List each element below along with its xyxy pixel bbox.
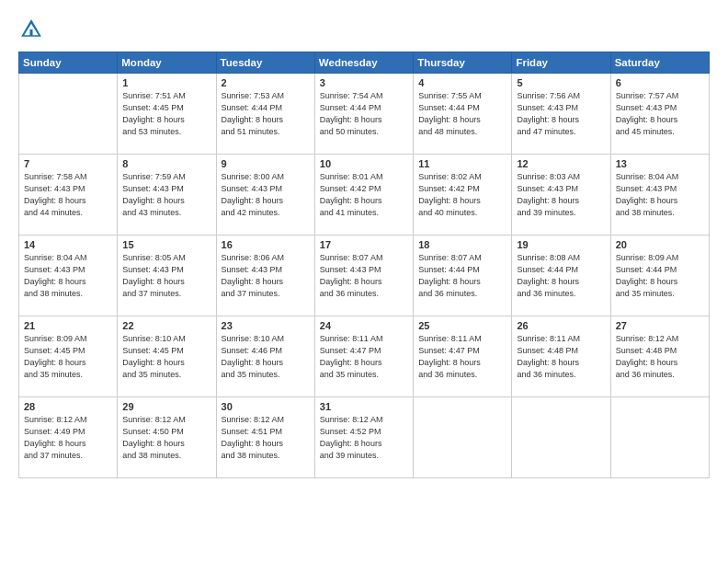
day-info: Sunrise: 8:07 AM Sunset: 4:43 PM Dayligh… (320, 252, 408, 300)
day-number: 28 (24, 401, 112, 412)
day-number: 19 (517, 239, 605, 250)
calendar-cell (610, 397, 709, 478)
day-number: 12 (517, 158, 605, 169)
day-info: Sunrise: 8:07 AM Sunset: 4:44 PM Dayligh… (418, 252, 506, 300)
day-number: 3 (320, 77, 408, 88)
day-number: 23 (222, 320, 310, 331)
day-info: Sunrise: 8:08 AM Sunset: 4:44 PM Dayligh… (517, 252, 605, 300)
calendar-cell: 13Sunrise: 8:04 AM Sunset: 4:43 PM Dayli… (610, 155, 709, 236)
day-info: Sunrise: 8:04 AM Sunset: 4:43 PM Dayligh… (616, 171, 704, 219)
calendar-cell: 6Sunrise: 7:57 AM Sunset: 4:43 PM Daylig… (610, 74, 709, 155)
day-number: 16 (222, 239, 310, 250)
day-number: 25 (418, 320, 506, 331)
day-info: Sunrise: 7:57 AM Sunset: 4:43 PM Dayligh… (616, 90, 704, 138)
calendar-cell: 15Sunrise: 8:05 AM Sunset: 4:43 PM Dayli… (118, 236, 216, 316)
calendar-cell: 16Sunrise: 8:06 AM Sunset: 4:43 PM Dayli… (216, 236, 314, 316)
calendar-week-1: 1Sunrise: 7:51 AM Sunset: 4:45 PM Daylig… (19, 74, 710, 155)
day-info: Sunrise: 8:03 AM Sunset: 4:43 PM Dayligh… (517, 171, 605, 219)
day-info: Sunrise: 8:12 AM Sunset: 4:50 PM Dayligh… (122, 414, 210, 462)
header-cell-saturday: Saturday (610, 52, 709, 74)
day-number: 1 (122, 77, 210, 88)
day-info: Sunrise: 8:10 AM Sunset: 4:45 PM Dayligh… (122, 333, 210, 381)
header-cell-monday: Monday (118, 52, 216, 74)
logo-icon (18, 17, 44, 42)
day-info: Sunrise: 8:01 AM Sunset: 4:42 PM Dayligh… (320, 171, 408, 219)
day-number: 30 (222, 401, 310, 412)
day-info: Sunrise: 7:59 AM Sunset: 4:43 PM Dayligh… (122, 171, 210, 219)
calendar-cell: 24Sunrise: 8:11 AM Sunset: 4:47 PM Dayli… (314, 316, 413, 397)
day-number: 5 (517, 77, 605, 88)
calendar-cell: 19Sunrise: 8:08 AM Sunset: 4:44 PM Dayli… (512, 236, 610, 316)
day-number: 11 (418, 158, 506, 169)
calendar-cell: 12Sunrise: 8:03 AM Sunset: 4:43 PM Dayli… (512, 155, 610, 236)
calendar-week-5: 28Sunrise: 8:12 AM Sunset: 4:49 PM Dayli… (19, 397, 710, 478)
calendar-cell: 25Sunrise: 8:11 AM Sunset: 4:47 PM Dayli… (414, 316, 512, 397)
calendar-cell: 23Sunrise: 8:10 AM Sunset: 4:46 PM Dayli… (216, 316, 314, 397)
calendar-cell: 14Sunrise: 8:04 AM Sunset: 4:43 PM Dayli… (19, 236, 118, 316)
day-info: Sunrise: 8:12 AM Sunset: 4:52 PM Dayligh… (320, 414, 408, 462)
header-cell-friday: Friday (512, 52, 610, 74)
day-info: Sunrise: 8:05 AM Sunset: 4:43 PM Dayligh… (122, 252, 210, 300)
calendar-week-4: 21Sunrise: 8:09 AM Sunset: 4:45 PM Dayli… (19, 316, 710, 397)
day-info: Sunrise: 8:11 AM Sunset: 4:47 PM Dayligh… (320, 333, 408, 381)
day-info: Sunrise: 7:51 AM Sunset: 4:45 PM Dayligh… (122, 90, 210, 138)
day-number: 9 (222, 158, 310, 169)
header-cell-tuesday: Tuesday (216, 52, 314, 74)
day-info: Sunrise: 8:04 AM Sunset: 4:43 PM Dayligh… (24, 252, 112, 300)
calendar-cell: 4Sunrise: 7:55 AM Sunset: 4:44 PM Daylig… (414, 74, 512, 155)
day-number: 26 (517, 320, 605, 331)
calendar-cell: 30Sunrise: 8:12 AM Sunset: 4:51 PM Dayli… (216, 397, 314, 478)
day-number: 22 (122, 320, 210, 331)
day-info: Sunrise: 8:06 AM Sunset: 4:43 PM Dayligh… (222, 252, 310, 300)
day-number: 14 (24, 239, 112, 250)
calendar-cell: 21Sunrise: 8:09 AM Sunset: 4:45 PM Dayli… (19, 316, 118, 397)
calendar-week-2: 7Sunrise: 7:58 AM Sunset: 4:43 PM Daylig… (19, 155, 710, 236)
day-info: Sunrise: 8:11 AM Sunset: 4:48 PM Dayligh… (517, 333, 605, 381)
calendar-header-row: SundayMondayTuesdayWednesdayThursdayFrid… (19, 52, 710, 74)
header (18, 17, 710, 42)
header-cell-sunday: Sunday (19, 52, 118, 74)
calendar-cell (19, 74, 118, 155)
day-number: 18 (418, 239, 506, 250)
calendar-cell (512, 397, 610, 478)
calendar-cell: 29Sunrise: 8:12 AM Sunset: 4:50 PM Dayli… (118, 397, 216, 478)
day-info: Sunrise: 8:10 AM Sunset: 4:46 PM Dayligh… (222, 333, 310, 381)
calendar-cell (414, 397, 512, 478)
calendar-cell: 17Sunrise: 8:07 AM Sunset: 4:43 PM Dayli… (314, 236, 413, 316)
day-info: Sunrise: 8:00 AM Sunset: 4:43 PM Dayligh… (222, 171, 310, 219)
calendar-cell: 28Sunrise: 8:12 AM Sunset: 4:49 PM Dayli… (19, 397, 118, 478)
calendar-cell: 31Sunrise: 8:12 AM Sunset: 4:52 PM Dayli… (314, 397, 413, 478)
calendar-cell: 7Sunrise: 7:58 AM Sunset: 4:43 PM Daylig… (19, 155, 118, 236)
calendar-cell: 9Sunrise: 8:00 AM Sunset: 4:43 PM Daylig… (216, 155, 314, 236)
day-info: Sunrise: 7:54 AM Sunset: 4:44 PM Dayligh… (320, 90, 408, 138)
calendar-cell: 2Sunrise: 7:53 AM Sunset: 4:44 PM Daylig… (216, 74, 314, 155)
day-number: 8 (122, 158, 210, 169)
calendar-cell: 5Sunrise: 7:56 AM Sunset: 4:43 PM Daylig… (512, 74, 610, 155)
day-number: 31 (320, 401, 408, 412)
day-info: Sunrise: 8:12 AM Sunset: 4:51 PM Dayligh… (222, 414, 310, 462)
day-info: Sunrise: 8:09 AM Sunset: 4:45 PM Dayligh… (24, 333, 112, 381)
day-number: 17 (320, 239, 408, 250)
day-number: 10 (320, 158, 408, 169)
calendar-cell: 10Sunrise: 8:01 AM Sunset: 4:42 PM Dayli… (314, 155, 413, 236)
calendar-table: SundayMondayTuesdayWednesdayThursdayFrid… (18, 52, 710, 478)
calendar-cell: 11Sunrise: 8:02 AM Sunset: 4:42 PM Dayli… (414, 155, 512, 236)
calendar-cell: 22Sunrise: 8:10 AM Sunset: 4:45 PM Dayli… (118, 316, 216, 397)
calendar-cell: 3Sunrise: 7:54 AM Sunset: 4:44 PM Daylig… (314, 74, 413, 155)
day-info: Sunrise: 8:02 AM Sunset: 4:42 PM Dayligh… (418, 171, 506, 219)
day-number: 4 (418, 77, 506, 88)
day-info: Sunrise: 7:58 AM Sunset: 4:43 PM Dayligh… (24, 171, 112, 219)
day-info: Sunrise: 7:55 AM Sunset: 4:44 PM Dayligh… (418, 90, 506, 138)
calendar-cell: 1Sunrise: 7:51 AM Sunset: 4:45 PM Daylig… (118, 74, 216, 155)
day-number: 24 (320, 320, 408, 331)
day-number: 15 (122, 239, 210, 250)
day-info: Sunrise: 8:09 AM Sunset: 4:44 PM Dayligh… (616, 252, 704, 300)
calendar-cell: 27Sunrise: 8:12 AM Sunset: 4:48 PM Dayli… (610, 316, 709, 397)
day-info: Sunrise: 8:11 AM Sunset: 4:47 PM Dayligh… (418, 333, 506, 381)
day-number: 7 (24, 158, 112, 169)
day-number: 2 (222, 77, 310, 88)
page: SundayMondayTuesdayWednesdayThursdayFrid… (0, 0, 728, 563)
calendar-week-3: 14Sunrise: 8:04 AM Sunset: 4:43 PM Dayli… (19, 236, 710, 316)
header-cell-wednesday: Wednesday (314, 52, 413, 74)
calendar-cell: 20Sunrise: 8:09 AM Sunset: 4:44 PM Dayli… (610, 236, 709, 316)
